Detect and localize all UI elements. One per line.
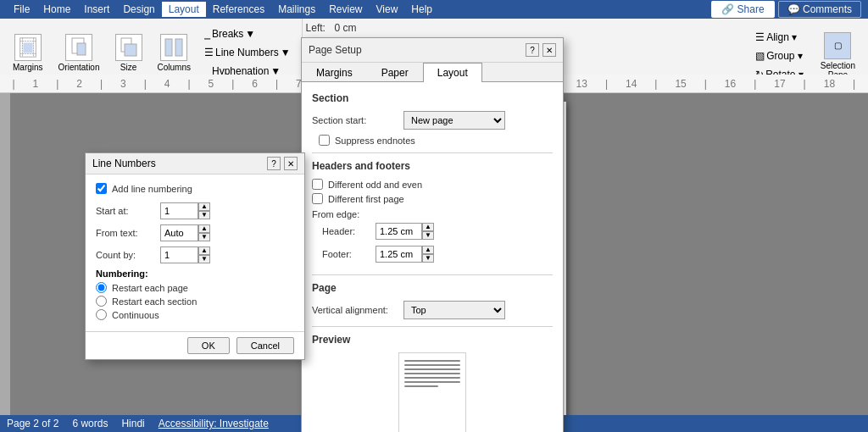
count-by-btns: ▲ ▼ xyxy=(198,246,210,263)
start-at-btns: ▲ ▼ xyxy=(198,202,210,219)
page-setup-controls: ? ✕ xyxy=(526,43,556,57)
menu-layout[interactable]: Layout xyxy=(162,2,206,17)
from-text-up[interactable]: ▲ xyxy=(198,224,210,233)
divider-1 xyxy=(312,152,553,153)
page-setup-help-button[interactable]: ? xyxy=(526,43,539,57)
margins-button[interactable]: Margins xyxy=(7,30,49,76)
section-start-select[interactable]: New page Continuous Even page Odd page xyxy=(403,111,505,130)
ln-help-btn[interactable]: ? xyxy=(267,157,281,170)
preview-page xyxy=(398,352,466,432)
start-at-down[interactable]: ▼ xyxy=(198,211,210,219)
language: Hindi xyxy=(121,418,144,429)
restart-each-page-radio[interactable] xyxy=(96,282,107,293)
size-button[interactable]: Size xyxy=(109,30,148,76)
menu-design[interactable]: Design xyxy=(116,2,161,17)
size-label: Size xyxy=(120,63,136,72)
from-text-label: From text: xyxy=(96,228,155,238)
accessibility-status[interactable]: Accessibility: Investigate xyxy=(159,418,269,429)
count-by-down[interactable]: ▼ xyxy=(198,255,210,263)
vertical-alignment-label: Vertical alignment: xyxy=(312,305,397,315)
divider-2 xyxy=(312,274,553,275)
menu-help[interactable]: Help xyxy=(404,2,439,17)
indent-left-val: 0 cm xyxy=(335,22,357,34)
breaks-button[interactable]: ⎯ Breaks ▼ xyxy=(200,25,295,42)
continuous-label: Continuous xyxy=(112,310,159,320)
restart-each-section-radio[interactable] xyxy=(96,296,107,307)
vertical-ruler xyxy=(0,93,10,415)
section-start-row: Section start: New page Continuous Even … xyxy=(312,111,553,130)
footer-up-btn[interactable]: ▲ xyxy=(422,246,434,254)
menu-review[interactable]: Review xyxy=(322,2,369,17)
svg-rect-5 xyxy=(23,42,32,53)
count-by-row: Count by: ▲ ▼ xyxy=(96,246,294,263)
header-input[interactable] xyxy=(376,223,422,240)
header-up-btn[interactable]: ▲ xyxy=(422,223,434,231)
count-by-input[interactable] xyxy=(160,246,198,263)
indent-left-label: Left: xyxy=(306,22,331,34)
numbering-group: Numbering: Restart each page Restart eac… xyxy=(96,269,294,320)
tab-paper[interactable]: Paper xyxy=(367,63,423,82)
restart-each-section-row: Restart each section xyxy=(96,296,294,307)
line-numbers-button[interactable]: ☰ Line Numbers ▼ xyxy=(200,44,295,61)
menu-bar: File Home Insert Design Layout Reference… xyxy=(0,0,868,19)
footer-input[interactable] xyxy=(376,246,422,263)
orientation-icon xyxy=(65,34,92,61)
start-at-input[interactable] xyxy=(160,202,198,219)
columns-button[interactable]: Columns xyxy=(152,30,197,76)
preview-line-1 xyxy=(404,360,460,362)
orientation-button[interactable]: Orientation xyxy=(53,30,106,76)
from-text-down[interactable]: ▼ xyxy=(198,233,210,241)
count-by-up[interactable]: ▲ xyxy=(198,246,210,255)
footer-label: Footer: xyxy=(322,249,369,259)
footer-spinner: ▲ ▼ xyxy=(376,246,434,263)
restart-each-page-label: Restart each page xyxy=(112,283,188,293)
start-at-spinner: ▲ ▼ xyxy=(160,202,210,219)
share-button[interactable]: 🔗 Share xyxy=(711,1,775,18)
preview-line-3 xyxy=(404,368,460,370)
diff-odd-even-checkbox[interactable] xyxy=(312,179,323,190)
comments-button[interactable]: 💬 Comments xyxy=(778,1,861,18)
ln-ok-btn[interactable]: OK xyxy=(187,337,230,354)
continuous-row: Continuous xyxy=(96,309,294,320)
page-setup-close-button[interactable]: ✕ xyxy=(542,43,556,57)
header-row: Header: ▲ ▼ xyxy=(322,223,434,240)
menu-references[interactable]: References xyxy=(206,2,271,17)
breaks-dropdown-icon: ▼ xyxy=(245,28,255,40)
group-button[interactable]: ▧ Group ▾ xyxy=(751,47,808,64)
align-button[interactable]: ☰ Align ▾ xyxy=(751,29,808,46)
start-at-up[interactable]: ▲ xyxy=(198,202,210,211)
menu-home[interactable]: Home xyxy=(36,2,77,17)
header-down-btn[interactable]: ▼ xyxy=(422,231,434,240)
tab-margins[interactable]: Margins xyxy=(302,63,367,82)
page-setup-title: Page Setup xyxy=(309,44,362,56)
from-text-input[interactable] xyxy=(160,224,198,241)
menu-file[interactable]: File xyxy=(7,2,36,17)
menu-mailings[interactable]: Mailings xyxy=(271,2,322,17)
section-start-label: Section start: xyxy=(312,115,397,125)
tab-layout[interactable]: Layout xyxy=(423,63,482,82)
footer-down-btn[interactable]: ▼ xyxy=(422,254,434,263)
comment-icon: 💬 xyxy=(787,3,800,15)
from-text-btns: ▲ ▼ xyxy=(198,224,210,241)
align-icon: ☰ xyxy=(755,31,765,43)
menu-view[interactable]: View xyxy=(370,2,405,17)
margins-label: Margins xyxy=(13,63,43,72)
diff-odd-even-label: Different odd and even xyxy=(328,180,422,190)
ln-close-btn[interactable]: ✕ xyxy=(284,157,298,170)
suppress-endnotes-checkbox[interactable] xyxy=(319,135,330,146)
menu-right: 🔗 Share 💬 Comments xyxy=(711,1,861,18)
continuous-radio[interactable] xyxy=(96,309,107,320)
header-spinner-btns: ▲ ▼ xyxy=(422,223,434,240)
add-line-numbering-checkbox[interactable] xyxy=(96,183,107,194)
numbering-label: Numbering: xyxy=(96,269,294,279)
selection-pane-icon: ▢ xyxy=(824,32,851,59)
svg-rect-7 xyxy=(77,43,86,55)
vertical-alignment-select[interactable]: Top Center Justified Bottom xyxy=(403,301,505,319)
diff-first-page-checkbox[interactable] xyxy=(312,193,323,204)
ln-cancel-btn[interactable]: Cancel xyxy=(236,337,294,354)
svg-rect-11 xyxy=(175,39,182,56)
vertical-alignment-row: Vertical alignment: Top Center Justified… xyxy=(312,301,553,319)
menu-insert[interactable]: Insert xyxy=(77,2,116,17)
line-numbers-content: Add line numbering Start at: ▲ ▼ From te… xyxy=(86,174,304,331)
line-numbers-dialog: Line Numbers ? ✕ Add line numbering Star… xyxy=(85,152,305,360)
